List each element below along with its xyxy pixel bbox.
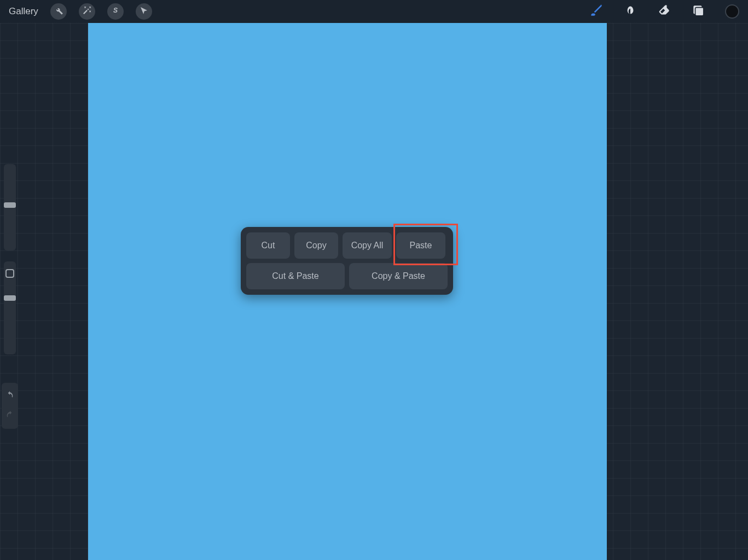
layers-icon [691, 3, 705, 20]
selection-button[interactable]: S [107, 3, 124, 20]
smudge-tool-button[interactable] [623, 3, 637, 20]
color-picker-button[interactable] [725, 4, 739, 19]
selection-icon: S [111, 5, 120, 18]
popup-row-2: Cut & Paste Copy & Paste [246, 263, 448, 289]
wand-icon [82, 5, 92, 18]
popup-row-1: Cut Copy Copy All Paste [246, 232, 448, 259]
brush-tool-button[interactable] [589, 3, 604, 20]
undo-redo-panel [2, 383, 18, 429]
left-sidebar [2, 164, 18, 354]
svg-text:S: S [113, 7, 118, 14]
toolbar-left: Gallery S [9, 3, 152, 20]
paste-button[interactable]: Paste [396, 232, 445, 259]
wrench-icon [54, 5, 63, 18]
eraser-tool-button[interactable] [657, 3, 671, 20]
arrow-cursor-icon [139, 5, 149, 18]
cut-button[interactable]: Cut [246, 232, 290, 259]
undo-icon[interactable] [5, 390, 14, 401]
opacity-thumb[interactable] [4, 295, 16, 301]
top-toolbar: Gallery S [0, 0, 748, 23]
redo-icon[interactable] [5, 410, 14, 421]
brush-size-slider[interactable] [4, 164, 16, 250]
copy-all-button[interactable]: Copy All [343, 232, 392, 259]
brush-icon [589, 3, 604, 20]
modify-button[interactable] [5, 269, 14, 278]
transform-button[interactable] [136, 3, 152, 20]
cut-and-paste-button[interactable]: Cut & Paste [246, 263, 345, 289]
eraser-icon [657, 3, 671, 20]
copy-and-paste-button[interactable]: Copy & Paste [349, 263, 448, 289]
gallery-button[interactable]: Gallery [9, 6, 38, 17]
layers-button[interactable] [691, 3, 705, 20]
toolbar-right [589, 3, 739, 20]
actions-button[interactable] [50, 3, 67, 20]
copy-paste-menu: Cut Copy Copy All Paste Cut & Paste Copy… [241, 227, 453, 295]
copy-button[interactable]: Copy [294, 232, 338, 259]
opacity-slider[interactable] [4, 261, 16, 354]
brush-size-thumb[interactable] [4, 202, 16, 208]
smudge-icon [623, 3, 637, 20]
adjustments-button[interactable] [79, 3, 95, 20]
svg-rect-2 [695, 8, 704, 16]
